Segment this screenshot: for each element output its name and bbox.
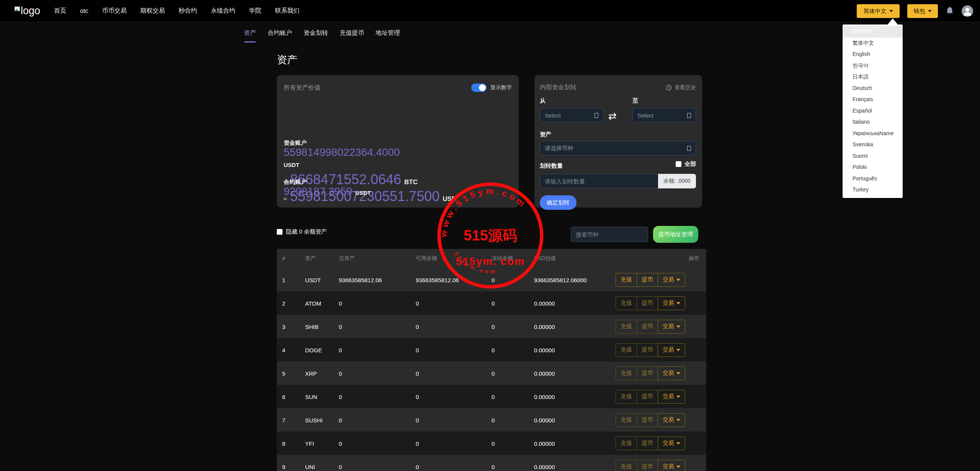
withdraw-button[interactable]: 提币: [637, 320, 658, 334]
to-account-select[interactable]: Select: [632, 108, 696, 123]
column-header-7: 操作: [689, 255, 699, 262]
swap-direction-icon[interactable]: ⇄: [608, 110, 617, 122]
trade-button[interactable]: 交易: [658, 320, 685, 334]
withdraw-button[interactable]: 提币: [637, 460, 658, 471]
withdraw-button[interactable]: 提币: [637, 413, 658, 427]
cell-asset: SHIB: [305, 323, 318, 330]
trade-button[interactable]: 交易: [658, 343, 685, 357]
language-option-6[interactable]: Deutsch: [843, 83, 903, 94]
search-coin-input[interactable]: [571, 227, 648, 242]
deposit-button-label: 充值: [621, 323, 632, 330]
nav-item-8[interactable]: 联系我们: [275, 7, 299, 15]
user-avatar[interactable]: [962, 5, 973, 17]
language-option-8[interactable]: Español: [843, 105, 903, 117]
row-actions: 充值提币交易: [616, 273, 685, 287]
language-option-3[interactable]: English: [843, 49, 903, 60]
subnav-item-1[interactable]: 资产: [244, 29, 256, 43]
withdraw-address-button[interactable]: 提币地址管理: [653, 226, 698, 243]
nav-item-2[interactable]: otc: [80, 8, 88, 15]
subnav-item-2[interactable]: 合约账户: [268, 29, 292, 43]
deposit-button[interactable]: 充值: [616, 320, 637, 334]
withdraw-button-label: 提币: [642, 299, 653, 307]
language-option-15[interactable]: Turkey: [843, 184, 903, 196]
hide-zero-checkbox[interactable]: [277, 229, 283, 235]
cell-frozen: 0: [492, 440, 495, 446]
logo[interactable]: logo: [15, 6, 40, 16]
language-option-7[interactable]: Français: [843, 94, 903, 105]
trade-button[interactable]: 交易: [658, 413, 685, 427]
deposit-button[interactable]: 充值: [616, 273, 637, 287]
table-row-xrp: 5XRP0000.00000充值提币交易: [277, 361, 706, 385]
notification-bell-icon[interactable]: [946, 7, 954, 16]
language-option-14[interactable]: Português: [843, 173, 903, 185]
withdraw-button[interactable]: 提币: [637, 390, 658, 404]
withdraw-button[interactable]: 提币: [637, 273, 658, 287]
wallet-button[interactable]: 钱包: [907, 4, 938, 18]
main-nav: 首页otc币币交易期权交易秒合约永续合约学院联系我们: [54, 7, 299, 15]
deposit-button[interactable]: 充值: [616, 366, 637, 380]
btc-unit: BTC: [404, 178, 418, 186]
withdraw-button-label: 提币: [642, 416, 653, 424]
language-option-5[interactable]: 日本語: [843, 71, 903, 83]
withdraw-button-label: 提币: [642, 440, 653, 447]
nav-item-6[interactable]: 永续合约: [211, 7, 235, 15]
broken-image-icon: [15, 7, 21, 12]
coin-select[interactable]: 请选择币种: [540, 141, 696, 155]
language-option-11[interactable]: Svenska: [843, 139, 903, 150]
confirm-transfer-button[interactable]: 确定划转: [540, 195, 577, 210]
deposit-button[interactable]: 充值: [616, 460, 637, 471]
language-button[interactable]: 简体中文: [857, 4, 900, 18]
view-history-link[interactable]: 查看历史: [666, 84, 696, 91]
chevron-down-icon: [676, 279, 680, 281]
withdraw-button-label: 提币: [642, 346, 653, 353]
trade-button[interactable]: 交易: [658, 437, 685, 450]
subnav-item-label: 资金划转: [304, 29, 328, 36]
deposit-button[interactable]: 充值: [616, 296, 637, 310]
transfer-all-checkbox[interactable]: [676, 161, 681, 167]
trade-button[interactable]: 交易: [658, 366, 685, 380]
withdraw-button[interactable]: 提币: [637, 296, 658, 310]
from-account-select[interactable]: Select: [540, 108, 603, 123]
view-history-label: 查看历史: [675, 84, 696, 91]
language-button-label: 简体中文: [864, 8, 887, 15]
subnav-item-label: 充值提币: [340, 29, 364, 36]
nav-item-1[interactable]: 首页: [54, 7, 66, 15]
withdraw-button[interactable]: 提币: [637, 366, 658, 380]
language-option-4[interactable]: 한국어: [843, 60, 903, 72]
row-actions: 充值提币交易: [616, 390, 685, 404]
subnav-item-4[interactable]: 充值提币: [340, 29, 364, 43]
deposit-button[interactable]: 充值: [616, 390, 637, 404]
deposit-button[interactable]: 充值: [616, 413, 637, 427]
language-option-13[interactable]: Polski: [843, 162, 903, 173]
deposit-button[interactable]: 充值: [616, 343, 637, 357]
trade-button[interactable]: 交易: [658, 273, 685, 287]
trade-button[interactable]: 交易: [658, 296, 685, 310]
cell-usd: 93663585812.06000: [534, 276, 587, 283]
trade-button[interactable]: 交易: [658, 390, 685, 404]
cell-usd: 0.00000: [534, 393, 555, 400]
deposit-button[interactable]: 充值: [616, 437, 637, 450]
transfer-amount-input[interactable]: [540, 174, 658, 188]
nav-item-7[interactable]: 学院: [249, 7, 261, 15]
language-option-1[interactable]: 简体中文: [843, 26, 903, 38]
subnav-item-5[interactable]: 地址管理: [376, 29, 400, 43]
language-option-12[interactable]: Suomi: [843, 150, 903, 162]
nav-item-4[interactable]: 期权交易: [140, 7, 165, 15]
withdraw-button-label: 提币: [642, 393, 653, 400]
language-option-9[interactable]: Italiano: [843, 116, 903, 128]
cell-usd: 0.00000: [534, 323, 555, 330]
subnav-item-3[interactable]: 资金划转: [304, 29, 328, 43]
trade-button[interactable]: 交易: [658, 460, 685, 471]
withdraw-button[interactable]: 提币: [637, 437, 658, 450]
contract-account-label: 合约账户: [284, 178, 307, 186]
withdraw-button[interactable]: 提币: [637, 343, 658, 357]
show-numbers-toggle[interactable]: [471, 83, 487, 92]
cell-asset: ATOM: [305, 300, 321, 306]
assets-card-title: 所有资产价值: [284, 84, 320, 92]
trade-button-label: 交易: [663, 323, 674, 330]
language-option-2[interactable]: 繁体中文: [843, 38, 903, 49]
language-option-10[interactable]: УкраїнськаName: [843, 128, 903, 139]
nav-item-5[interactable]: 秒合约: [178, 7, 197, 15]
cell-index: 4: [282, 347, 285, 353]
nav-item-3[interactable]: 币币交易: [102, 7, 126, 15]
